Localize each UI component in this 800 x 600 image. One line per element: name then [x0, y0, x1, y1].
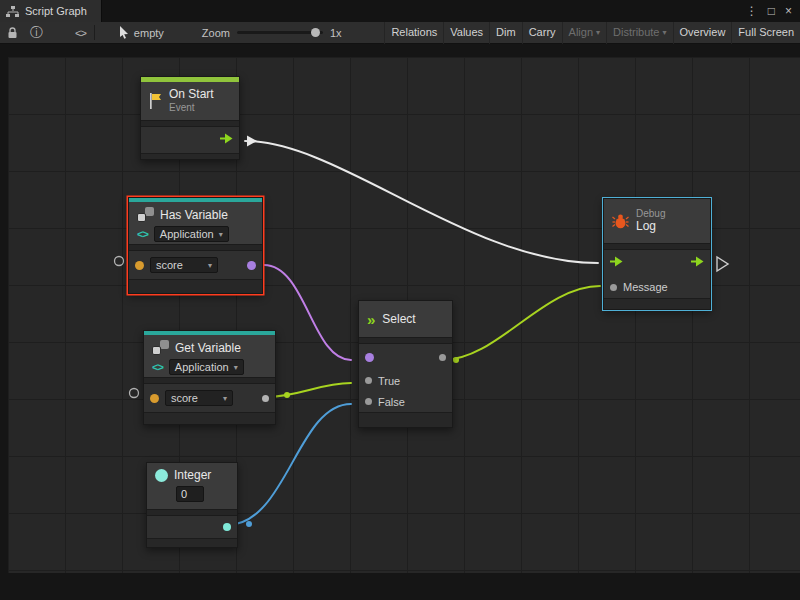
result-output-port[interactable]: [247, 261, 256, 270]
value-output-port[interactable]: [262, 395, 269, 402]
wire-getvar-to-select-true: [266, 383, 351, 397]
flag-icon: [149, 93, 162, 109]
getvar-unconnected-port[interactable]: [130, 389, 139, 398]
flow-arrow-icon: [691, 256, 704, 267]
true-input-port[interactable]: [365, 377, 372, 384]
zoom-label: Zoom: [202, 27, 230, 39]
variable-icon: [152, 340, 169, 355]
window-menu-icon[interactable]: ⋮: [746, 4, 758, 18]
wire-cap: [284, 392, 290, 398]
node-footer: [144, 412, 275, 424]
canvas-edge-bottom: [0, 573, 800, 600]
node-title: Has Variable: [160, 208, 228, 222]
chevron-down-icon: ▾: [223, 394, 227, 403]
node-footer: [604, 298, 710, 309]
align-button[interactable]: Align▾: [562, 22, 606, 44]
bug-icon: [612, 214, 629, 229]
canvas-edge-left: [0, 44, 8, 600]
graph-canvas[interactable]: On Start Event Has Variable <> Applicati…: [0, 44, 800, 600]
node-title: Integer: [174, 468, 211, 482]
node-title: On Start: [169, 88, 214, 102]
wire-hasvar-to-select: [264, 265, 351, 360]
chevron-down-icon: ▾: [208, 261, 212, 270]
variable-name-value: score: [156, 259, 183, 271]
values-button[interactable]: Values: [443, 22, 489, 44]
scope-value: Application: [175, 361, 229, 373]
node-title: Log: [636, 220, 665, 234]
hasvar-unconnected-port[interactable]: [115, 257, 124, 266]
node-debug-log[interactable]: Debug Log Message: [603, 198, 711, 310]
variable-name-value: score: [171, 392, 198, 404]
node-on-start[interactable]: On Start Event: [140, 76, 240, 160]
close-icon[interactable]: ×: [785, 4, 792, 18]
node-divider: [604, 243, 710, 250]
false-input-port[interactable]: [365, 398, 372, 405]
log-exit-unconnected-arrow[interactable]: [717, 257, 728, 271]
exit-flow-port[interactable]: [691, 256, 704, 270]
exit-flow-port[interactable]: [220, 133, 233, 147]
variable-kind-icon: <>: [137, 228, 148, 240]
dim-button[interactable]: Dim: [489, 22, 522, 44]
flow-arrow-icon: [610, 256, 623, 267]
integer-output-port[interactable]: [223, 523, 231, 531]
tab-script-graph[interactable]: Script Graph: [0, 0, 102, 22]
window-titlebar: Script Graph ⋮ □ ×: [0, 0, 800, 22]
code-toggle-icon[interactable]: <>: [75, 27, 86, 39]
node-divider: [129, 244, 262, 251]
variable-icon: [137, 207, 154, 222]
window-title: Script Graph: [25, 5, 87, 17]
node-has-variable[interactable]: Has Variable <> Application ▾ score ▾: [128, 197, 263, 294]
node-get-variable[interactable]: Get Variable <> Application ▾ score ▾: [143, 330, 276, 425]
scope-dropdown[interactable]: Application ▾: [169, 359, 244, 375]
toolbar-separator: [94, 25, 95, 40]
selection-output-port[interactable]: [439, 354, 446, 361]
chevron-down-icon: ▾: [663, 22, 667, 43]
enter-flow-port[interactable]: [610, 256, 623, 270]
node-integer[interactable]: Integer 0: [146, 462, 238, 548]
zoom-value: 1x: [330, 27, 342, 39]
lock-icon[interactable]: [7, 27, 18, 39]
integer-icon: [155, 469, 168, 482]
select-icon: »: [367, 312, 375, 327]
full-screen-button[interactable]: Full Screen: [731, 22, 800, 44]
info-icon[interactable]: ⓘ: [30, 24, 43, 42]
flow-arrow-icon: [220, 133, 233, 144]
graph-icon: [6, 6, 19, 17]
chevron-down-icon: ▾: [234, 363, 238, 372]
selection-status: empty: [134, 27, 164, 39]
node-select[interactable]: » Select True False: [358, 300, 453, 428]
false-port-label: False: [378, 396, 405, 408]
node-divider: [359, 337, 452, 344]
message-port-label: Message: [623, 281, 668, 293]
integer-value-input[interactable]: 0: [176, 486, 204, 502]
message-input-port[interactable]: [610, 284, 617, 291]
node-subtitle: Event: [169, 102, 214, 114]
node-divider: [147, 509, 237, 516]
distribute-button[interactable]: Distribute▾: [606, 22, 672, 44]
cursor-icon: [119, 26, 129, 39]
scope-dropdown[interactable]: Application ▾: [154, 226, 229, 242]
carry-button[interactable]: Carry: [522, 22, 562, 44]
canvas-edge-top: [0, 44, 800, 57]
node-footer: [147, 538, 237, 547]
overview-button[interactable]: Overview: [673, 22, 732, 44]
variable-name-dropdown[interactable]: score ▾: [150, 257, 218, 273]
wire-select-to-log-message: [443, 286, 600, 360]
node-title: Select: [382, 312, 415, 326]
maximize-icon[interactable]: □: [768, 4, 775, 18]
condition-input-port[interactable]: [365, 353, 374, 362]
wire-on-start-to-log: [245, 141, 598, 263]
node-footer: [129, 279, 262, 293]
variable-name-input-port[interactable]: [135, 261, 144, 270]
zoom-slider-handle[interactable]: [311, 28, 320, 37]
chevron-down-icon: ▾: [596, 22, 600, 43]
graph-toolbar: ⓘ <> empty Zoom 1x Relations Values Dim …: [0, 22, 800, 44]
node-divider: [141, 120, 239, 127]
zoom-slider[interactable]: [237, 31, 323, 34]
relations-button[interactable]: Relations: [384, 22, 443, 44]
node-footer: [141, 153, 239, 159]
true-port-label: True: [378, 375, 400, 387]
variable-name-input-port[interactable]: [150, 394, 159, 403]
variable-name-dropdown[interactable]: score ▾: [165, 390, 233, 406]
chevron-down-icon: ▾: [219, 230, 223, 239]
